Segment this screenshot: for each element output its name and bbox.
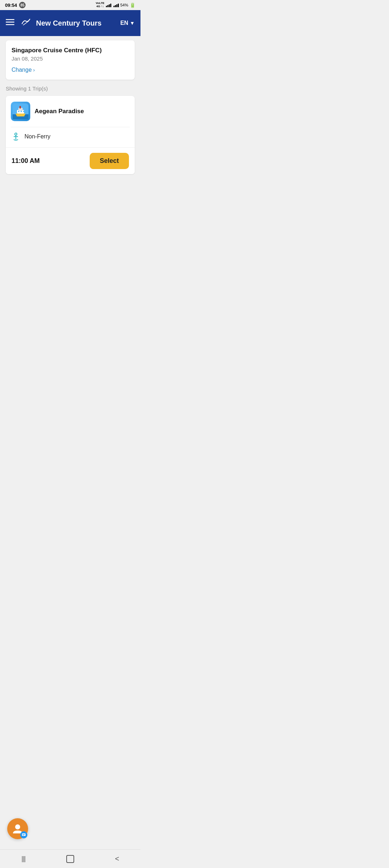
trip-type-row: Non-Ferry xyxy=(11,127,130,142)
network-info: VoLTE 4G ↑↓ xyxy=(96,2,104,8)
status-badge: 85 xyxy=(19,2,26,8)
trip-card: Aegean Paradise Non-Ferry 11:00 AM xyxy=(6,96,135,174)
change-label: Change xyxy=(12,67,32,73)
svg-rect-1 xyxy=(6,22,14,23)
trip-card-lower: 11:00 AM Select xyxy=(6,147,135,174)
status-bar-left: 09:54 85 xyxy=(5,2,26,8)
chevron-down-icon: ▼ xyxy=(130,20,135,26)
main-content: Singapore Cruise Centre (HFC) Jan 08, 20… xyxy=(0,36,140,184)
svg-rect-2 xyxy=(6,24,14,25)
location-date: Jan 08, 2025 xyxy=(12,56,129,62)
hamburger-menu-icon[interactable] xyxy=(6,18,14,28)
status-bar-right: VoLTE 4G ↑↓ 54% 🔋 xyxy=(96,2,135,8)
language-selector[interactable]: EN ▼ xyxy=(120,20,135,26)
change-chevron-icon: › xyxy=(33,67,35,73)
ship-icon xyxy=(13,103,28,119)
svg-rect-8 xyxy=(19,106,21,108)
language-label: EN xyxy=(120,20,128,26)
ship-icon-wrapper xyxy=(11,102,30,121)
svg-point-11 xyxy=(23,111,24,112)
app-title: New Century Tours xyxy=(36,19,102,27)
battery-icon: 🔋 xyxy=(130,3,135,8)
status-bar: 09:54 85 VoLTE 4G ↑↓ 54% 🔋 xyxy=(0,0,140,10)
battery-text: 54% xyxy=(120,3,128,7)
location-name: Singapore Cruise Centre (HFC) xyxy=(12,47,129,54)
location-card: Singapore Cruise Centre (HFC) Jan 08, 20… xyxy=(6,40,135,80)
signal-bars-2 xyxy=(113,3,119,7)
select-button[interactable]: Select xyxy=(90,153,129,169)
ferry-type-icon xyxy=(11,132,21,142)
trip-time: 11:00 AM xyxy=(12,157,40,165)
trip-ship-name: Aegean Paradise xyxy=(35,108,84,115)
trips-count-label: Showing 1 Trip(s) xyxy=(6,85,135,92)
trip-name-row: Aegean Paradise xyxy=(11,102,130,121)
svg-rect-0 xyxy=(6,19,14,20)
svg-point-10 xyxy=(21,111,22,112)
ferry-icon-wrapper xyxy=(11,132,21,142)
app-header: New Century Tours EN ▼ xyxy=(0,10,140,36)
app-logo: New Century Tours xyxy=(19,17,120,30)
svg-point-12 xyxy=(15,133,17,135)
trip-type-label: Non-Ferry xyxy=(24,133,50,140)
trip-card-upper: Aegean Paradise Non-Ferry xyxy=(6,96,135,147)
svg-point-9 xyxy=(18,111,19,112)
change-button[interactable]: Change › xyxy=(12,67,35,73)
logo-svg xyxy=(19,17,32,30)
status-time: 09:54 xyxy=(5,3,17,8)
signal-bars xyxy=(106,3,111,7)
